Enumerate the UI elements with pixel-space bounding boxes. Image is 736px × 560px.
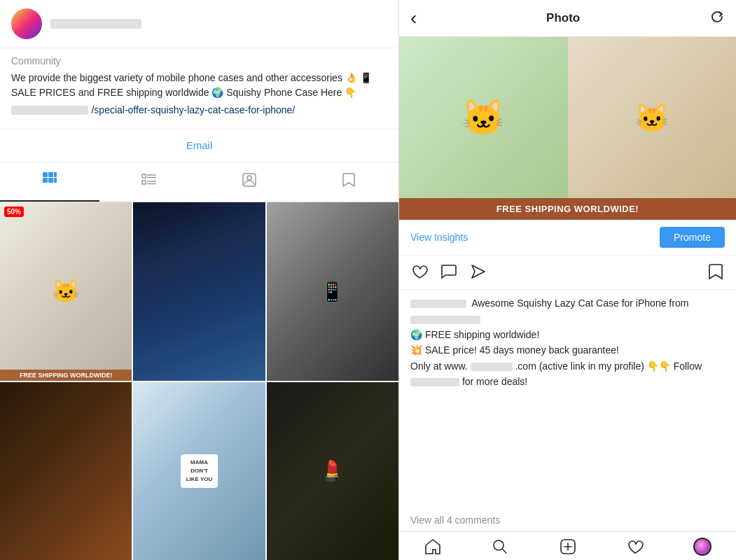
caption-text-4: for more deals! (462, 376, 527, 387)
bookmark-icon (340, 172, 357, 192)
person-tag-icon (241, 172, 258, 192)
profile-name-blurred (50, 19, 141, 29)
back-button[interactable]: ‹ (410, 8, 417, 28)
caption-text-3: .com (active link in my profile) 👇👇 Foll… (515, 360, 702, 372)
grid-cell-3[interactable]: 📱 (267, 202, 398, 381)
bio-category: Community (11, 55, 387, 66)
photo-header-title: Photo (546, 11, 580, 25)
nav-search[interactable] (466, 538, 534, 556)
nav-profile[interactable] (669, 538, 736, 556)
email-button[interactable]: Email (186, 139, 213, 151)
svg-rect-5 (54, 178, 57, 183)
promote-button[interactable]: Promote (660, 227, 725, 248)
photo-grid: 🐱 50% FREE SHIPPING WORLDWIDE! 📱 MAMA DO… (0, 202, 398, 560)
nav-home[interactable] (399, 538, 466, 556)
tab-tag[interactable] (200, 162, 299, 202)
right-panel: ‹ Photo 🐱 🐱 FREE SHIPPING WORLDWIDE! Vie… (399, 0, 736, 560)
bio-text: We provide the biggest variety of mobile… (11, 71, 387, 100)
nav-add[interactable] (534, 538, 601, 556)
tab-list[interactable] (99, 162, 199, 202)
view-insights-button[interactable]: View Insights (410, 232, 468, 243)
like-button[interactable] (410, 262, 429, 284)
grid-cell-5[interactable]: MAMA DON'T LIKE YOU (133, 382, 265, 561)
svg-rect-3 (43, 178, 48, 183)
caption-text-1: Awesome Squishy Lazy Cat Case for iPhone… (471, 298, 688, 309)
mama-text-3: LIKE YOU (186, 475, 213, 484)
left-panel: Community We provide the biggest variety… (0, 0, 399, 560)
profile-header (0, 0, 398, 48)
email-section: Email (0, 130, 398, 162)
free-shipping-overlay: FREE SHIPPING WORLDWIDE! (0, 370, 132, 381)
free-shipping-bar: FREE SHIPPING WORLDWIDE! (399, 198, 736, 220)
svg-rect-4 (48, 178, 53, 183)
nav-heart[interactable] (602, 538, 669, 556)
grid-cell-4[interactable] (0, 382, 132, 561)
tabs-row (0, 162, 398, 202)
svg-rect-6 (142, 174, 146, 178)
svg-rect-2 (54, 172, 57, 177)
caption-username3-blurred (410, 378, 459, 386)
insights-row: View Insights Promote (399, 220, 736, 255)
tab-grid[interactable] (0, 162, 99, 202)
refresh-button[interactable] (709, 9, 725, 27)
photo-header: ‹ Photo (399, 0, 736, 37)
svg-rect-1 (48, 172, 53, 177)
svg-rect-9 (142, 181, 146, 184)
caption-section: Awesome Squishy Lazy Cat Case for iPhone… (399, 290, 736, 512)
bottom-nav (399, 531, 736, 560)
mama-text-2: DON'T (186, 467, 213, 475)
share-button[interactable] (469, 262, 487, 284)
grid-cell-2[interactable] (133, 202, 265, 381)
caption-text: Awesome Squishy Lazy Cat Case for iPhone… (410, 295, 725, 389)
action-row (399, 255, 736, 290)
post-image: 🐱 🐱 (399, 37, 736, 198)
link-prefix-blurred (11, 106, 88, 115)
bio-section: Community We provide the biggest variety… (0, 48, 398, 130)
svg-point-13 (247, 176, 251, 180)
view-comments[interactable]: View all 4 comments (399, 512, 736, 531)
svg-line-15 (503, 550, 507, 554)
svg-point-14 (494, 540, 504, 550)
action-icons-left (410, 262, 487, 284)
svg-rect-0 (43, 172, 48, 177)
list-icon (141, 172, 158, 192)
grid-cell-1[interactable]: 🐱 50% FREE SHIPPING WORLDWIDE! (0, 202, 132, 381)
caption-username-blurred (410, 300, 466, 308)
save-post-button[interactable] (707, 262, 725, 284)
sale-badge: 50% (4, 206, 24, 217)
grid-icon (41, 171, 58, 192)
caption-domain-blurred (471, 363, 513, 371)
tab-saved[interactable] (299, 162, 398, 202)
caption-username2-blurred (410, 316, 480, 324)
comment-button[interactable] (440, 262, 458, 284)
bio-link[interactable]: /special-offer-squishy-lazy-cat-case-for… (91, 104, 295, 115)
mama-text-1: MAMA (186, 458, 213, 467)
grid-cell-6[interactable]: 💄 (267, 382, 398, 561)
nav-profile-avatar (693, 538, 711, 556)
avatar (11, 8, 42, 39)
